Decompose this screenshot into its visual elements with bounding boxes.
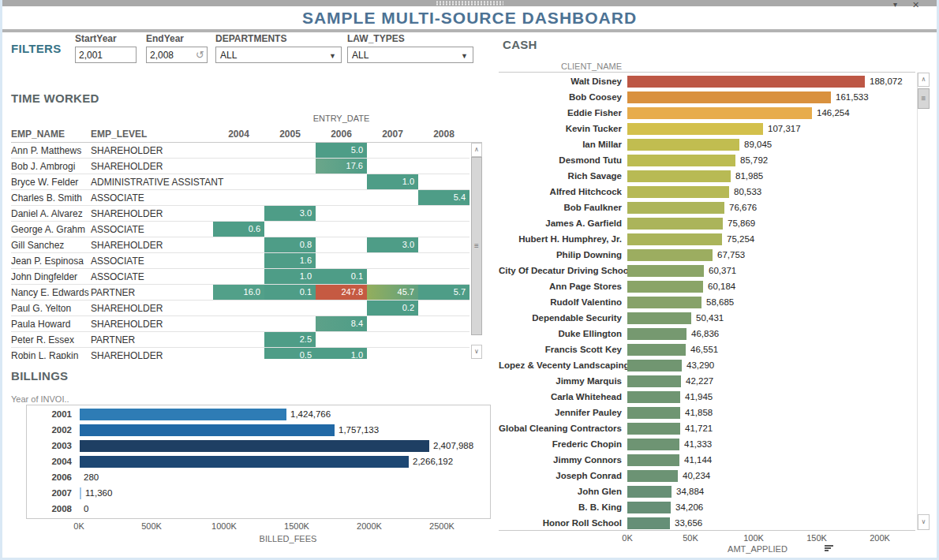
cash-bar[interactable]: [627, 486, 672, 498]
billings-year-label[interactable]: 2002: [27, 425, 72, 435]
cash-bar[interactable]: [627, 297, 701, 308]
law-types-dropdown[interactable]: ALL ▼: [347, 47, 473, 63]
cash-bar[interactable]: [627, 454, 679, 466]
billings-year-label[interactable]: 2001: [27, 409, 72, 419]
year-column-header[interactable]: 2007: [367, 129, 418, 140]
emp-level-column-header[interactable]: EMP_LEVEL: [91, 129, 147, 140]
cash-bar[interactable]: [627, 202, 724, 214]
year-column-header[interactable]: 2005: [264, 129, 316, 140]
gantt-bar[interactable]: 5.0: [316, 143, 367, 158]
gantt-bar[interactable]: 45.7: [367, 285, 418, 300]
cash-bar[interactable]: [627, 517, 670, 529]
cash-scrollbar[interactable]: ∧ ≡ ∨: [917, 73, 930, 530]
gantt-bar[interactable]: 8.4: [316, 316, 367, 331]
gantt-bar[interactable]: 5.4: [418, 190, 470, 205]
gantt-bar[interactable]: 17.6: [316, 159, 367, 174]
scroll-down-icon[interactable]: ∨: [471, 345, 482, 359]
end-year-input[interactable]: [147, 47, 190, 62]
scrollbar-thumb[interactable]: ≡: [471, 157, 482, 335]
billings-bar[interactable]: [80, 424, 335, 436]
client-name-label[interactable]: Francis Scott Key: [499, 345, 622, 354]
billings-bar[interactable]: [80, 409, 286, 420]
cash-bar[interactable]: [627, 281, 703, 293]
gantt-bar[interactable]: 16.0: [213, 285, 264, 300]
gantt-bar[interactable]: 2.5: [264, 332, 316, 347]
cash-row-header[interactable]: CLIENT_NAME: [499, 62, 622, 71]
cash-bar[interactable]: [627, 470, 678, 482]
billings-year-label[interactable]: 2006: [27, 472, 72, 482]
billings-year-label[interactable]: 2003: [27, 441, 72, 450]
client-name-label[interactable]: John Glen: [499, 487, 622, 496]
cash-bar[interactable]: [627, 439, 679, 450]
scroll-down-icon[interactable]: ∨: [918, 514, 930, 530]
client-name-label[interactable]: Walt Disney: [499, 77, 622, 86]
gantt-bar[interactable]: 1.0: [264, 269, 316, 284]
cash-bar[interactable]: [627, 76, 865, 88]
scroll-up-icon[interactable]: ∧: [918, 73, 930, 87]
cash-bar[interactable]: [627, 344, 686, 356]
cash-bar[interactable]: [627, 391, 680, 403]
cash-bar[interactable]: [627, 265, 704, 277]
cash-bar[interactable]: [627, 233, 722, 245]
cash-bar[interactable]: [627, 407, 680, 419]
cash-bar[interactable]: [627, 423, 680, 435]
cash-bar[interactable]: [627, 91, 831, 103]
cash-bar[interactable]: [627, 360, 682, 371]
client-name-label[interactable]: James A. Garfield: [499, 218, 622, 228]
sort-descending-icon[interactable]: [825, 545, 833, 552]
gantt-bar[interactable]: 0.8: [264, 237, 316, 252]
gantt-bar[interactable]: 0.2: [367, 301, 418, 315]
client-name-label[interactable]: Duke Ellington: [499, 329, 622, 338]
refresh-icon[interactable]: ↺: [196, 49, 204, 61]
client-name-label[interactable]: Jimmy Marquis: [499, 376, 622, 386]
year-column-header[interactable]: 2006: [316, 129, 367, 140]
client-name-label[interactable]: Bob Faulkner: [499, 203, 622, 212]
client-name-label[interactable]: Carla Whitehead: [499, 392, 622, 401]
gantt-bar[interactable]: 5.7: [418, 285, 470, 300]
gantt-bar[interactable]: 1.0: [316, 348, 367, 359]
departments-dropdown[interactable]: ALL ▼: [215, 47, 342, 63]
billings-bar[interactable]: [80, 487, 81, 499]
cash-bar[interactable]: [627, 186, 729, 198]
billings-bar[interactable]: [80, 440, 429, 452]
client-name-label[interactable]: Jennifer Pauley: [499, 408, 622, 417]
billings-year-label[interactable]: 2004: [27, 457, 72, 466]
gantt-bar[interactable]: 1.0: [367, 174, 418, 189]
gantt-bar[interactable]: 1.6: [264, 253, 316, 268]
client-name-label[interactable]: Philip Downing: [499, 250, 622, 259]
gantt-bar[interactable]: 3.0: [367, 237, 418, 252]
gantt-bar[interactable]: 0.6: [213, 222, 264, 237]
drag-handle-icon[interactable]: [436, 1, 503, 6]
year-column-header[interactable]: 2008: [418, 129, 470, 140]
client-name-label[interactable]: Alfred Hitchcock: [499, 187, 622, 196]
cash-bar[interactable]: [627, 107, 812, 119]
client-name-label[interactable]: Rich Savage: [499, 171, 622, 181]
time-worked-scrollbar[interactable]: ∧ ≡ ∨: [471, 143, 482, 359]
cash-bar[interactable]: [627, 170, 731, 182]
client-name-label[interactable]: Desmond Tutu: [499, 155, 622, 165]
gantt-bar[interactable]: 0.1: [316, 269, 367, 284]
client-name-label[interactable]: Jimmy Connors: [499, 455, 622, 465]
year-column-header[interactable]: 2004: [213, 129, 264, 140]
cash-bar[interactable]: [627, 218, 723, 230]
client-name-label[interactable]: Global Cleaning Contractors: [499, 424, 622, 433]
client-name-label[interactable]: Honor Roll School: [499, 518, 622, 528]
client-name-label[interactable]: Hubert H. Humphrey, Jr.: [499, 234, 622, 244]
cash-bar[interactable]: [627, 139, 739, 151]
billings-year-label[interactable]: 2007: [27, 488, 72, 498]
start-year-input[interactable]: [76, 47, 136, 62]
client-name-label[interactable]: Lopez & Vecenty Landscaping: [499, 360, 622, 370]
billings-bar[interactable]: [80, 456, 409, 468]
cash-bar[interactable]: [627, 249, 713, 261]
client-name-label[interactable]: Dependable Security: [499, 313, 622, 323]
cash-bar[interactable]: [627, 502, 671, 513]
billings-row-header[interactable]: Year of INVOI..: [11, 394, 69, 404]
scrollbar-thumb[interactable]: ≡: [918, 88, 930, 109]
client-name-label[interactable]: Rudolf Valentino: [499, 297, 622, 307]
gantt-bar[interactable]: 0.1: [264, 285, 316, 300]
client-name-label[interactable]: Ann Page Stores: [499, 282, 622, 291]
client-name-label[interactable]: Kevin Tucker: [499, 124, 622, 133]
gantt-bar[interactable]: 0.5: [264, 348, 316, 359]
window-close-icon[interactable]: ✕: [912, 0, 919, 9]
emp-name-column-header[interactable]: EMP_NAME: [11, 129, 65, 140]
